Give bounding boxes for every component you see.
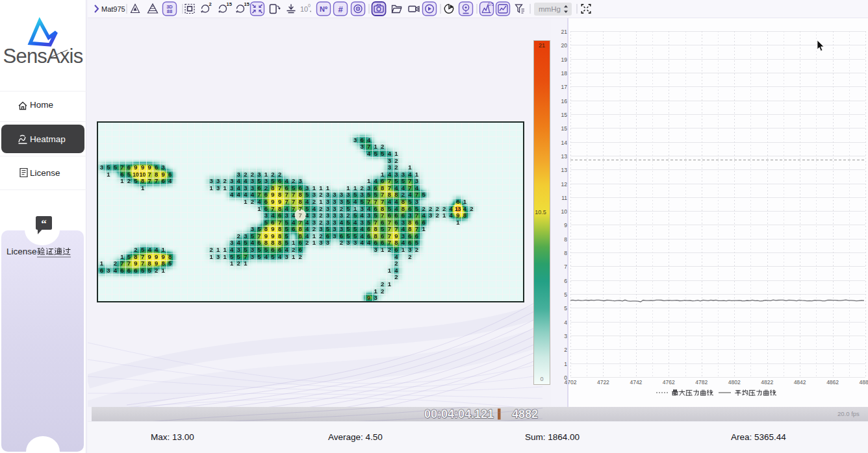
svg-text:Nº: Nº	[320, 5, 327, 13]
svg-text:18: 18	[561, 70, 568, 77]
svg-text:1/5: 1/5	[488, 2, 494, 6]
svg-text:10: 10	[561, 208, 568, 215]
svg-text:“: “	[41, 217, 47, 230]
svg-text:4802: 4802	[728, 379, 741, 386]
svg-text:11: 11	[561, 195, 567, 201]
svg-text:19: 19	[561, 56, 568, 63]
svg-text:88: 88	[167, 8, 172, 14]
svg-text:15: 15	[561, 125, 568, 132]
svg-text:15: 15	[227, 1, 232, 7]
svg-text:4742: 4742	[630, 379, 642, 386]
svg-text:0: 0	[308, 3, 311, 8]
svg-text:mmHg: mmHg	[539, 5, 561, 13]
svg-text:4782: 4782	[695, 379, 708, 386]
svg-text:13: 13	[561, 153, 568, 160]
svg-text:Mat975: Mat975	[101, 5, 125, 13]
svg-text:4882: 4882	[860, 379, 868, 386]
svg-text:10: 10	[300, 5, 308, 13]
svg-text:4702: 4702	[565, 379, 577, 386]
svg-text:4842: 4842	[794, 379, 806, 386]
svg-text:4862: 4862	[826, 379, 839, 386]
svg-text:15: 15	[561, 112, 568, 118]
svg-text:15: 15	[244, 1, 249, 7]
svg-text:12: 12	[561, 181, 568, 188]
svg-text:#: #	[338, 5, 343, 14]
svg-text:4762: 4762	[663, 379, 675, 386]
svg-text:21: 21	[561, 29, 568, 35]
svg-text:License: License	[6, 247, 37, 256]
svg-text:SensAxis: SensAxis	[3, 45, 83, 67]
svg-text:16: 16	[561, 98, 568, 104]
svg-text:2: 2	[209, 1, 212, 7]
svg-text:4822: 4822	[761, 379, 773, 386]
svg-text:4722: 4722	[597, 379, 609, 386]
svg-text:21: 21	[539, 42, 545, 49]
svg-text:20: 20	[561, 42, 568, 49]
svg-text:13: 13	[561, 167, 568, 173]
svg-text:0: 0	[540, 376, 543, 382]
svg-text:10.5: 10.5	[535, 209, 546, 215]
svg-text:17: 17	[561, 84, 568, 90]
svg-text:14: 14	[561, 140, 568, 146]
